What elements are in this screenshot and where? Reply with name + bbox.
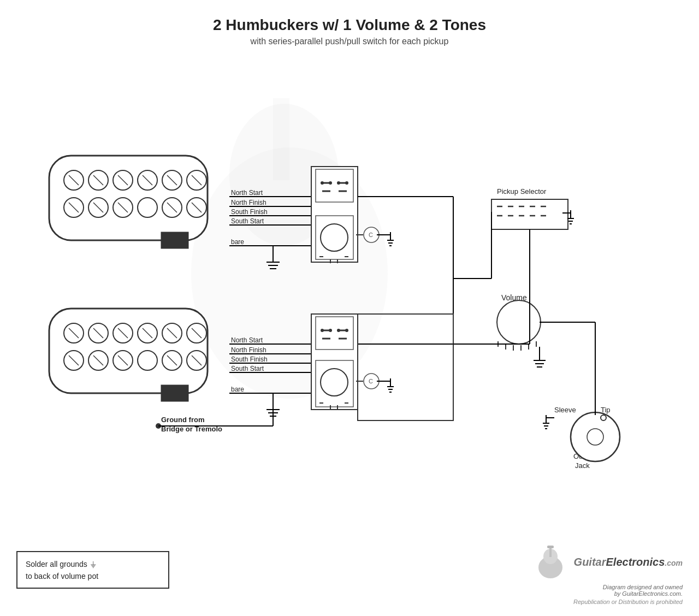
svg-rect-2 — [273, 98, 289, 180]
svg-point-13 — [138, 198, 157, 217]
svg-point-147 — [497, 300, 541, 344]
main-title: 2 Humbuckers w/ 1 Volume & 2 Tones — [0, 16, 699, 34]
title-section: 2 Humbuckers w/ 1 Volume & 2 Tones with … — [0, 0, 699, 46]
watermark-section: GuitarElectronics.com Diagram designed a… — [531, 543, 683, 605]
bare-label-1: bare — [231, 238, 244, 246]
svg-point-42 — [329, 181, 332, 185]
note-box: Solder all grounds ⏚ to back of volume p… — [16, 551, 169, 589]
svg-point-108 — [345, 329, 348, 332]
north-start-label-2: North Start — [231, 336, 263, 344]
pickup-selector-label: Pickup Selector — [497, 187, 547, 196]
sub-title: with series-parallel push/pull switch fo… — [0, 37, 699, 46]
svg-point-41 — [321, 181, 324, 185]
watermark-line3: Republication or Distribution is prohibi… — [531, 599, 683, 605]
svg-point-163 — [601, 415, 606, 420]
svg-point-106 — [329, 329, 332, 332]
svg-rect-128 — [491, 199, 568, 229]
svg-rect-27 — [161, 232, 188, 248]
svg-point-112 — [321, 369, 348, 396]
svg-text:C: C — [369, 232, 373, 238]
svg-rect-175 — [547, 546, 554, 548]
note-text: Solder all grounds — [26, 560, 87, 568]
svg-point-74 — [138, 351, 157, 370]
logo-text: GuitarElectronics.com — [574, 556, 683, 568]
bridge-tremolo-label: Bridge or Tremolo — [161, 425, 222, 433]
svg-point-49 — [321, 224, 348, 251]
ground-icon: ⏚ — [91, 559, 96, 568]
diagram-area: North Start North Finish South Finish So… — [16, 66, 683, 502]
svg-text:C: C — [369, 378, 373, 384]
north-finish-label-1: North Finish — [231, 199, 266, 206]
north-start-label-1: North Start — [231, 189, 263, 197]
svg-rect-102 — [316, 317, 353, 350]
bare-label-2: bare — [231, 386, 244, 393]
note-text2: to back of volume pot — [26, 572, 98, 581]
south-finish-label-1: South Finish — [231, 208, 268, 216]
guitar-icon — [531, 543, 570, 581]
output-jack-label2: Jack — [575, 461, 590, 470]
svg-rect-174 — [549, 547, 552, 557]
south-finish-label-2: South Finish — [231, 356, 268, 363]
svg-rect-88 — [161, 385, 188, 401]
svg-point-105 — [321, 329, 324, 332]
watermark-line2: by GuitarElectronics.com. — [531, 590, 683, 597]
wiring-diagram: North Start North Finish South Finish So… — [16, 66, 683, 502]
page-container: 2 Humbuckers w/ 1 Volume & 2 Tones with … — [0, 0, 699, 616]
sleeve-label: Sleeve — [554, 406, 576, 414]
watermark-line1: Diagram designed and owned — [531, 584, 683, 590]
south-start-label-2: South Start — [231, 365, 264, 372]
svg-rect-38 — [316, 169, 353, 202]
svg-point-107 — [337, 329, 340, 332]
svg-point-43 — [337, 181, 340, 185]
svg-point-162 — [587, 429, 603, 445]
svg-point-44 — [345, 181, 348, 185]
south-start-label-1: South Start — [231, 217, 264, 225]
bridge-ground-label: Ground from — [161, 416, 204, 424]
north-finish-label-2: North Finish — [231, 346, 266, 354]
